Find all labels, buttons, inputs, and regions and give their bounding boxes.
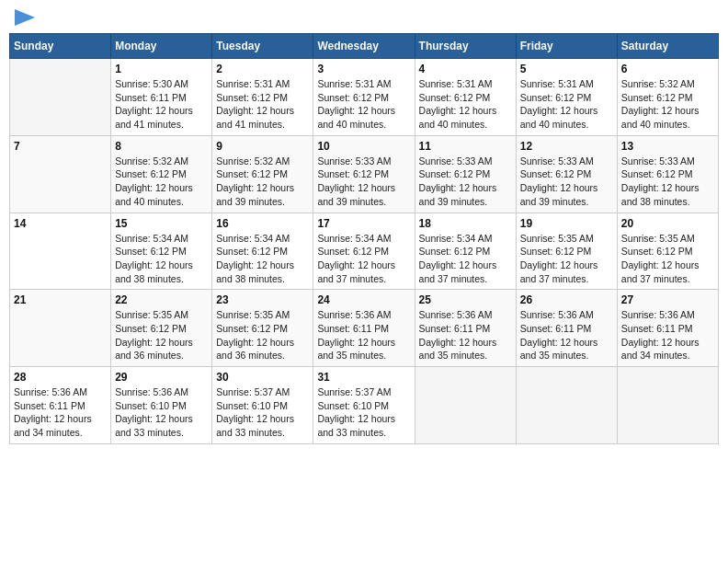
day-info-line: Sunset: 6:12 PM [621,91,714,105]
day-info-line: Sunrise: 5:36 AM [419,308,512,322]
svg-marker-0 [15,9,35,26]
day-number: 3 [317,63,410,75]
day-info-line: Sunrise: 5:34 AM [317,232,410,246]
weekday-header: Thursday [415,34,516,59]
day-info-line: and 36 minutes. [216,349,309,362]
day-info-line: Daylight: 12 hours [115,104,208,118]
day-info-line: Daylight: 12 hours [520,336,613,350]
day-number: 16 [216,217,309,230]
day-info-line: Sunset: 6:11 PM [317,322,410,336]
calendar-cell: 8Sunrise: 5:32 AMSunset: 6:12 PMDaylight… [111,135,212,213]
weekday-header: Saturday [617,34,718,59]
day-info-line: Sunset: 6:12 PM [520,91,613,105]
calendar-cell: 18Sunrise: 5:34 AMSunset: 6:12 PMDayligh… [415,213,516,290]
day-info-line: Sunrise: 5:36 AM [317,308,410,322]
day-info-line: Sunrise: 5:36 AM [115,385,208,399]
weekday-row: SundayMondayTuesdayWednesdayThursdayFrid… [10,34,719,59]
day-info-line: Daylight: 12 hours [115,259,208,272]
day-info-line: and 39 minutes. [216,195,309,209]
day-number: 12 [520,140,613,153]
day-info-line: Sunset: 6:12 PM [216,167,309,181]
calendar-cell: 24Sunrise: 5:36 AMSunset: 6:11 PMDayligh… [313,290,415,367]
day-info-line: Sunset: 6:11 PM [115,91,208,105]
calendar-week-row: 2122Sunrise: 5:35 AMSunset: 6:12 PMDayli… [10,290,719,367]
day-number: 5 [520,63,613,75]
calendar-week-row: 28Sunrise: 5:36 AMSunset: 6:11 PMDayligh… [10,367,719,444]
calendar-cell: 10Sunrise: 5:33 AMSunset: 6:12 PMDayligh… [313,135,415,213]
day-info-line: Sunrise: 5:37 AM [317,385,410,399]
day-info-line: Sunset: 6:12 PM [317,245,410,259]
calendar-cell: 16Sunrise: 5:34 AMSunset: 6:12 PMDayligh… [212,213,313,290]
calendar-cell: 30Sunrise: 5:37 AMSunset: 6:10 PMDayligh… [212,367,313,444]
day-info-line: Sunrise: 5:33 AM [621,155,714,168]
calendar-cell: 3Sunrise: 5:31 AMSunset: 6:12 PMDaylight… [313,59,415,136]
day-info-line: Daylight: 12 hours [317,181,410,195]
day-info-line: and 39 minutes. [419,195,512,209]
weekday-header: Tuesday [212,34,313,59]
day-info-line: Daylight: 12 hours [317,259,410,272]
day-info-line: Sunrise: 5:34 AM [419,232,512,246]
calendar-cell [10,59,111,136]
calendar-cell: 29Sunrise: 5:36 AMSunset: 6:10 PMDayligh… [111,367,212,444]
day-number: 22 [115,293,208,306]
day-number: 1 [115,63,208,75]
day-info-line: Daylight: 12 hours [317,104,410,118]
day-info-line: Sunrise: 5:31 AM [520,77,613,91]
day-info-line: Daylight: 12 hours [419,336,512,350]
day-number: 21 [14,293,107,306]
day-info-line: Sunset: 6:11 PM [14,399,107,413]
day-info-line: Sunrise: 5:32 AM [115,155,208,168]
day-number: 11 [419,140,512,153]
day-info-line: and 39 minutes. [520,195,613,209]
day-info-line: Sunrise: 5:35 AM [216,308,309,322]
day-number: 23 [216,293,309,306]
day-info-line: Sunset: 6:12 PM [216,91,309,105]
day-info-line: and 41 minutes. [216,118,309,132]
day-info-line: Daylight: 12 hours [14,412,107,426]
day-info-line: and 40 minutes. [317,118,410,132]
day-info-line: Sunrise: 5:36 AM [520,308,613,322]
day-info-line: Sunrise: 5:33 AM [317,155,410,168]
day-number: 20 [621,217,714,230]
day-number: 26 [520,293,613,306]
day-info-line: Sunset: 6:12 PM [115,245,208,259]
day-info-line: Daylight: 12 hours [621,104,714,118]
day-info-line: and 33 minutes. [115,426,208,440]
calendar-cell: 31Sunrise: 5:37 AMSunset: 6:10 PMDayligh… [313,367,415,444]
calendar-cell: 11Sunrise: 5:33 AMSunset: 6:12 PMDayligh… [415,135,516,213]
day-info-line: and 35 minutes. [317,349,410,362]
logo [13,9,35,26]
day-info-line: and 33 minutes. [317,426,410,440]
calendar-cell: 1Sunrise: 5:30 AMSunset: 6:11 PMDaylight… [111,59,212,136]
day-number: 30 [216,371,309,384]
day-info-line: Daylight: 12 hours [520,259,613,272]
day-info-line: Sunrise: 5:37 AM [216,385,309,399]
day-info-line: and 33 minutes. [216,426,309,440]
day-number: 2 [216,63,309,75]
day-info-line: Sunset: 6:12 PM [419,245,512,259]
day-number: 7 [14,140,107,153]
day-info-line: Sunrise: 5:33 AM [419,155,512,168]
day-info-line: Daylight: 12 hours [621,181,714,195]
calendar-cell: 21 [10,290,111,367]
day-info-line: Sunrise: 5:31 AM [216,77,309,91]
day-info-line: and 36 minutes. [115,349,208,362]
day-info-line: and 38 minutes. [216,272,309,286]
day-info-line: Daylight: 12 hours [216,412,309,426]
calendar-cell: 19Sunrise: 5:35 AMSunset: 6:12 PMDayligh… [516,213,617,290]
day-info-line: Sunset: 6:12 PM [216,322,309,336]
calendar-cell: 13Sunrise: 5:33 AMSunset: 6:12 PMDayligh… [617,135,718,213]
calendar-cell [516,367,617,444]
calendar-cell: 20Sunrise: 5:35 AMSunset: 6:12 PMDayligh… [617,213,718,290]
day-info-line: Sunset: 6:11 PM [621,322,714,336]
day-number: 24 [317,293,410,306]
day-info-line: and 34 minutes. [621,349,714,362]
day-info-line: Sunset: 6:12 PM [419,167,512,181]
day-info-line: and 38 minutes. [115,272,208,286]
day-info-line: Daylight: 12 hours [317,336,410,350]
day-number: 15 [115,217,208,230]
day-number: 6 [621,63,714,75]
day-info-line: Sunset: 6:10 PM [317,399,410,413]
day-info-line: and 37 minutes. [621,272,714,286]
day-info-line: and 37 minutes. [317,272,410,286]
